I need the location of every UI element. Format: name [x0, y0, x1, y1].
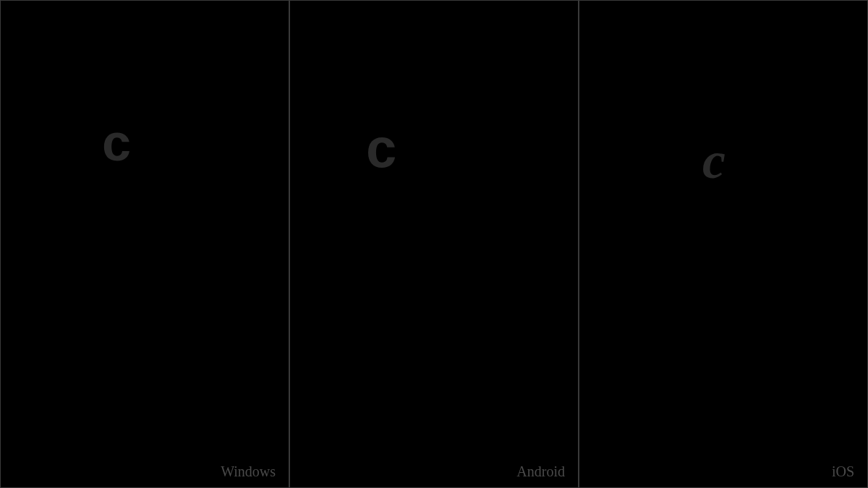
glyph-panel-windows: c Windows: [0, 0, 289, 488]
glyph-panel-android: c Android: [289, 0, 579, 488]
glyph-character: c: [702, 131, 726, 191]
platform-label: iOS: [832, 463, 854, 480]
glyph-panel-ios: c iOS: [579, 0, 868, 488]
platform-label: Android: [516, 463, 565, 480]
platform-label: Windows: [221, 463, 276, 480]
glyph-character: c: [366, 116, 396, 179]
glyph-character: c: [102, 113, 131, 172]
